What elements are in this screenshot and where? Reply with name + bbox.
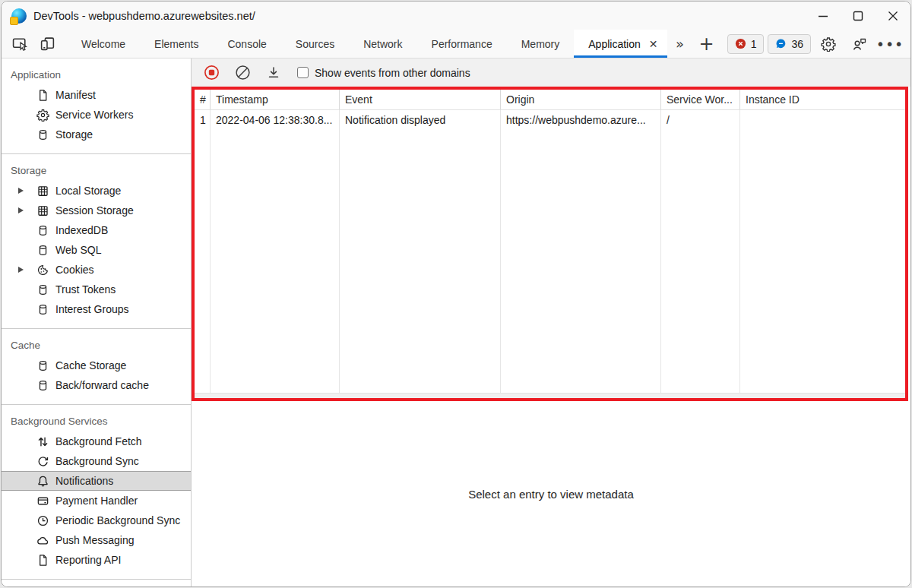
cell-timestamp: 2022-04-06 12:38:30.8... [211, 110, 340, 130]
sidebar-item-indexeddb[interactable]: IndexedDB [2, 220, 191, 240]
database-icon [36, 379, 49, 392]
expand-arrow-icon[interactable] [18, 207, 36, 213]
chat-bubble-icon [775, 38, 787, 49]
metadata-placeholder: Select an entry to view metadata [468, 488, 634, 501]
clear-icon[interactable] [232, 62, 253, 84]
database-icon [36, 283, 49, 296]
devtools-tabbar: Welcome Elements Console Sources Network… [2, 30, 910, 58]
sidebar-item-service-workers[interactable]: Service Workers [2, 105, 191, 125]
expand-arrow-icon[interactable] [18, 188, 36, 194]
show-events-checkbox[interactable] [297, 67, 309, 78]
tab-welcome[interactable]: Welcome [67, 30, 140, 58]
database-icon [36, 359, 49, 372]
minimize-button[interactable] [806, 2, 841, 30]
tab-console[interactable]: Console [213, 30, 280, 58]
titlebar: DevTools - webpushdemo.azurewebsites.net… [2, 2, 910, 30]
tab-memory[interactable]: Memory [507, 30, 575, 58]
section-background-services: Background Services Background Fetch Bac… [2, 404, 191, 579]
sidebar-item-storage[interactable]: Storage [2, 125, 191, 144]
clock-icon [36, 514, 49, 527]
table-row[interactable]: 1 2022-04-06 12:38:30.8... Notification … [195, 110, 905, 130]
events-table-header: # Timestamp Event Origin Service Wor... … [195, 90, 905, 110]
sidebar-divider [2, 579, 191, 586]
notifications-panel: Show events from other domains # Timesta… [192, 58, 910, 586]
sync-icon [36, 455, 49, 468]
error-count-badge[interactable]: 1 [727, 34, 765, 54]
sidebar-item-cache-storage[interactable]: Cache Storage [2, 356, 191, 375]
feedback-icon[interactable] [846, 36, 873, 52]
sidebar-item-background-fetch[interactable]: Background Fetch [2, 432, 191, 451]
cell-number: 1 [195, 110, 211, 130]
tab-elements[interactable]: Elements [140, 30, 213, 58]
device-toolbar-icon[interactable] [33, 30, 61, 58]
column-header-number[interactable]: # [195, 90, 211, 110]
error-icon [735, 38, 746, 49]
more-tabs-icon[interactable]: » [667, 30, 693, 58]
events-table-empty-area [195, 130, 905, 393]
inspect-element-icon[interactable] [6, 30, 33, 58]
database-icon [36, 244, 49, 257]
sidebar-item-periodic-background-sync[interactable]: Periodic Background Sync [2, 511, 191, 530]
cell-service-worker: / [661, 110, 740, 130]
issues-count-badge[interactable]: 36 [768, 34, 811, 54]
more-options-icon[interactable]: ••• [877, 36, 903, 52]
sidebar-item-session-storage[interactable]: Session Storage [2, 201, 191, 220]
column-header-timestamp[interactable]: Timestamp [211, 90, 340, 110]
section-storage: Storage Local Storage Session Storage [2, 153, 191, 328]
cloud-icon [36, 534, 49, 547]
column-header-event[interactable]: Event [340, 90, 501, 110]
section-title: Background Services [2, 412, 191, 432]
section-cache: Cache Cache Storage Back/forward cache [2, 328, 191, 404]
column-header-service-worker[interactable]: Service Wor... [661, 90, 740, 110]
sidebar-item-manifest[interactable]: Manifest [2, 85, 191, 105]
add-tab-icon[interactable]: + [693, 30, 720, 58]
grid-icon [36, 185, 49, 198]
tab-performance[interactable]: Performance [417, 30, 507, 58]
sidebar-item-push-messaging[interactable]: Push Messaging [2, 530, 191, 550]
sidebar-item-background-sync[interactable]: Background Sync [2, 451, 191, 471]
column-header-origin[interactable]: Origin [501, 90, 661, 110]
database-icon [36, 224, 49, 237]
document-icon [36, 554, 49, 567]
sidebar-item-interest-groups[interactable]: Interest Groups [2, 299, 191, 319]
record-icon[interactable] [201, 62, 222, 84]
cell-event: Notification displayed [340, 110, 501, 130]
database-icon [36, 303, 49, 316]
events-toolbar: Show events from other domains [192, 58, 910, 87]
sidebar-item-back-forward-cache[interactable]: Back/forward cache [2, 375, 191, 395]
tab-network[interactable]: Network [349, 30, 416, 58]
application-sidebar: Application Manifest Service Workers [2, 58, 192, 586]
tab-close-icon[interactable]: ✕ [648, 38, 660, 50]
cookie-icon [36, 264, 49, 277]
metadata-panel: Select an entry to view metadata [192, 401, 910, 586]
card-icon [36, 495, 49, 507]
section-title: Cache [2, 336, 191, 356]
sidebar-item-trust-tokens[interactable]: Trust Tokens [2, 280, 191, 299]
column-header-instance-id[interactable]: Instance ID [740, 90, 905, 110]
document-icon [36, 89, 49, 102]
highlight-rectangle: # Timestamp Event Origin Service Wor... … [192, 87, 908, 401]
sidebar-item-notifications[interactable]: Notifications [2, 471, 191, 491]
tab-sources[interactable]: Sources [281, 30, 349, 58]
section-title: Application [2, 65, 191, 85]
download-icon[interactable] [263, 62, 284, 84]
tab-application[interactable]: Application ✕ [574, 30, 667, 58]
window-title: DevTools - webpushdemo.azurewebsites.net… [33, 10, 255, 22]
sidebar-item-web-sql[interactable]: Web SQL [2, 240, 191, 260]
cell-instance-id [740, 110, 905, 130]
gear-icon [36, 109, 49, 122]
section-title: Storage [2, 161, 191, 181]
expand-arrow-icon[interactable] [18, 267, 36, 273]
arrows-up-down-icon [36, 435, 49, 448]
devtools-window: DevTools - webpushdemo.azurewebsites.net… [1, 1, 911, 587]
close-button[interactable] [876, 2, 910, 30]
maximize-button[interactable] [841, 2, 876, 30]
sidebar-item-local-storage[interactable]: Local Storage [2, 181, 191, 201]
show-events-label[interactable]: Show events from other domains [315, 67, 470, 79]
horizontal-scrollbar-track[interactable] [195, 393, 905, 398]
sidebar-item-cookies[interactable]: Cookies [2, 260, 191, 280]
bell-icon [36, 475, 49, 488]
settings-gear-icon[interactable] [815, 36, 842, 52]
sidebar-item-payment-handler[interactable]: Payment Handler [2, 491, 191, 511]
sidebar-item-reporting-api[interactable]: Reporting API [2, 550, 191, 570]
